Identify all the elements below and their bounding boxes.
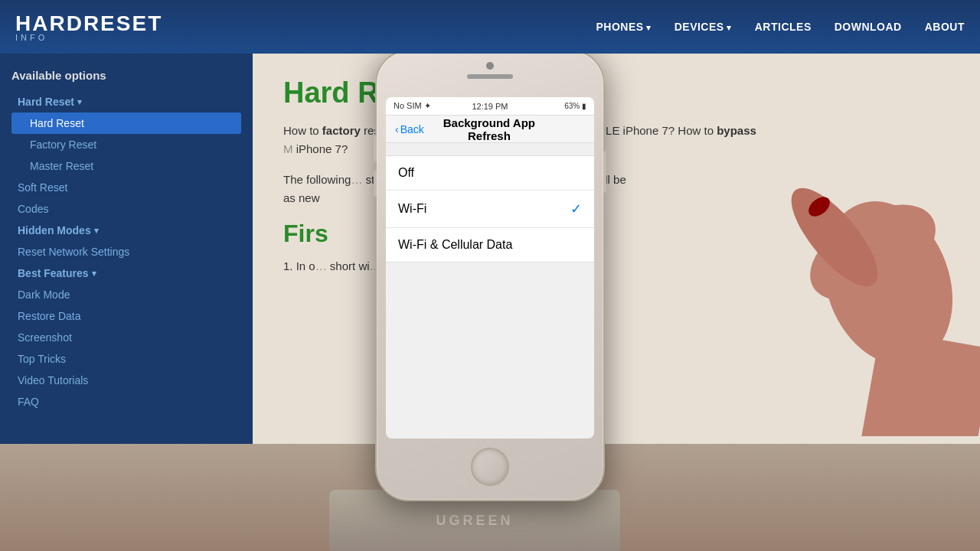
power-button[interactable] xyxy=(603,151,606,193)
navbar: HARDRESET INFO PHONES DEVICES ARTICLES D… xyxy=(0,0,980,54)
stand-logo: UGREEN xyxy=(436,513,513,529)
volume-up-button[interactable] xyxy=(374,135,377,162)
sidebar-item-screenshot[interactable]: Screenshot xyxy=(11,327,241,348)
sidebar-group-best-features[interactable]: Best Features xyxy=(11,262,241,284)
nav-devices[interactable]: DEVICES xyxy=(675,21,732,33)
status-battery: 63% ▮ xyxy=(522,102,586,110)
option-off[interactable]: Off xyxy=(386,156,594,191)
speaker-grille xyxy=(467,74,513,79)
sidebar-item-restore-data[interactable]: Restore Data xyxy=(11,305,241,327)
logo-info: INFO xyxy=(15,33,162,42)
option-wifi-cellular-label: Wi-Fi & Cellular Data xyxy=(398,238,512,252)
sidebar-item-hard-reset[interactable]: Hard Reset xyxy=(11,112,241,134)
sidebar-section-title: Available options xyxy=(11,69,241,82)
status-sim: No SIM ✦ xyxy=(394,101,458,111)
sidebar-group-hard-reset[interactable]: Hard Reset xyxy=(11,91,241,112)
sidebar-item-master-reset[interactable]: Master Reset xyxy=(11,155,241,177)
status-bar: No SIM ✦ 12:19 PM 63% ▮ xyxy=(386,97,594,116)
sidebar-item-factory-reset[interactable]: Factory Reset xyxy=(11,134,241,155)
nav-articles[interactable]: ARTICLES xyxy=(755,21,812,33)
sidebar-item-soft-reset[interactable]: Soft Reset xyxy=(11,177,241,198)
phone-camera-area xyxy=(467,62,513,79)
volume-down-button[interactable] xyxy=(374,170,377,197)
screen-title: Background App Refresh xyxy=(424,116,554,142)
nav-menu: PHONES DEVICES ARTICLES DOWNLOAD ABOUT xyxy=(596,21,965,33)
phone-mockup: No SIM ✦ 12:19 PM 63% ▮ ‹ Back Backgroun… xyxy=(375,50,605,501)
camera-dot xyxy=(486,62,494,70)
sidebar-item-faq[interactable]: FAQ xyxy=(11,391,241,412)
option-wifi-label: Wi-Fi xyxy=(398,202,426,216)
site-logo[interactable]: HARDRESET INFO xyxy=(15,11,162,42)
checkmark-icon: ✓ xyxy=(570,201,582,217)
sidebar-item-reset-network[interactable]: Reset Network Settings xyxy=(11,241,241,262)
screen-nav-bar: ‹ Back Background App Refresh xyxy=(386,116,594,143)
sidebar-item-video-tutorials[interactable]: Video Tutorials xyxy=(11,370,241,391)
home-button[interactable] xyxy=(471,448,509,486)
back-label: Back xyxy=(400,123,424,135)
option-off-label: Off xyxy=(398,166,414,180)
option-wifi-cellular[interactable]: Wi-Fi & Cellular Data xyxy=(386,228,594,262)
phone-body: No SIM ✦ 12:19 PM 63% ▮ ‹ Back Backgroun… xyxy=(375,50,605,501)
option-wifi[interactable]: Wi-Fi ✓ xyxy=(386,191,594,228)
sidebar-group-hidden-modes[interactable]: Hidden Modes xyxy=(11,220,241,241)
nav-phones[interactable]: PHONES xyxy=(596,21,652,33)
phone-screen: No SIM ✦ 12:19 PM 63% ▮ ‹ Back Backgroun… xyxy=(386,97,594,439)
sidebar-item-dark-mode[interactable]: Dark Mode xyxy=(11,284,241,305)
options-list: Off Wi-Fi ✓ Wi-Fi & Cellular Data xyxy=(386,155,594,262)
sidebar-item-top-tricks[interactable]: Top Tricks xyxy=(11,348,241,370)
status-time: 12:19 PM xyxy=(458,102,522,111)
back-button[interactable]: ‹ Back xyxy=(395,123,424,135)
nav-about[interactable]: ABOUT xyxy=(925,21,965,33)
chevron-left-icon: ‹ xyxy=(395,123,399,135)
sidebar-item-codes[interactable]: Codes xyxy=(11,198,241,220)
nav-download[interactable]: DOWNLOAD xyxy=(835,21,902,33)
